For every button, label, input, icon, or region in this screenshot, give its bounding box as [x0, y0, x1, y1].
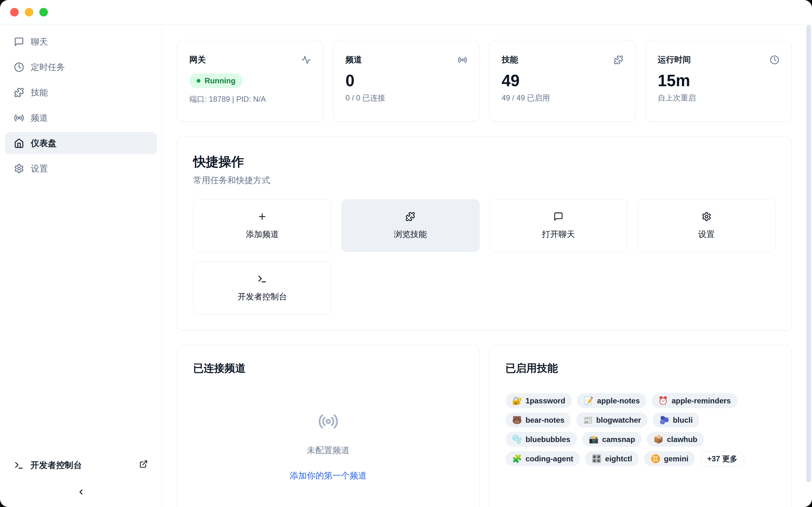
status-dot [197, 79, 200, 83]
minimize-button[interactable] [25, 8, 33, 16]
skill-name: apple-notes [597, 396, 640, 405]
browse-skills-button[interactable]: 浏览技能 [341, 199, 479, 252]
channels-empty-state: 未配置频道 添加你的第一个频道 [193, 376, 463, 481]
sidebar-item-chat[interactable]: 聊天 [5, 31, 157, 53]
quick-actions-grid: 添加频道 浏览技能 打开聊天 设置 [193, 199, 775, 314]
quick-actions-subtitle: 常用任务和快捷方式 [193, 175, 775, 186]
enabled-skills-card: 已启用技能 🔐1password 📝apple-notes ⏰apple-rem… [490, 345, 792, 507]
skill-name: 1password [525, 396, 565, 405]
skill-pill: 🎛️eightctl [585, 451, 639, 466]
package-emoji-icon: 📦 [653, 435, 663, 443]
skill-name: blogwatcher [596, 416, 641, 425]
skill-name: camsnap [602, 435, 635, 444]
connected-channels-card: 已连接频道 未配置频道 添加你的第一个频道 [177, 345, 479, 507]
skill-pill: 🧩coding-agent [506, 451, 580, 466]
knobs-emoji-icon: 🎛️ [592, 455, 601, 463]
home-icon [14, 138, 24, 148]
newspaper-emoji-icon: 📰 [583, 416, 593, 424]
open-chat-button[interactable]: 打开聊天 [490, 199, 628, 252]
skill-pill: 📰blogwatcher [576, 412, 648, 428]
developer-console-link[interactable]: 开发者控制台 [5, 455, 157, 475]
activity-icon [301, 55, 311, 65]
sidebar-collapse-button[interactable] [74, 486, 87, 498]
chat-icon [554, 212, 563, 222]
close-button[interactable] [10, 8, 19, 16]
stat-value: 15m [658, 72, 779, 89]
enabled-skills-title: 已启用技能 [506, 361, 776, 376]
stat-card-channels: 频道 0 0 / 0 已连接 [333, 40, 479, 122]
skill-name: coding-agent [525, 454, 573, 463]
sidebar-item-scheduled-tasks[interactable]: 定时任务 [5, 56, 157, 78]
camera-emoji-icon: 📸 [589, 435, 599, 443]
radio-icon [14, 113, 24, 123]
skill-name: apple-reminders [671, 396, 731, 405]
sidebar-item-settings[interactable]: 设置 [5, 158, 157, 180]
action-label: 浏览技能 [394, 229, 427, 240]
sidebar-item-label: 频道 [31, 112, 48, 124]
add-first-channel-link[interactable]: 添加你的第一个频道 [290, 470, 367, 481]
main-content: 网关 Running 端口: 18789 | PID: N/A 频道 [162, 24, 812, 507]
scrollbar-thumb[interactable] [806, 25, 811, 482]
sidebar-item-label: 技能 [31, 87, 48, 98]
clock-icon [770, 55, 779, 65]
stat-detail: 自上次重启 [658, 93, 779, 103]
skill-name: clawhub [667, 435, 698, 444]
skill-pill: ♊️gemini [644, 451, 695, 466]
settings-button[interactable]: 设置 [637, 199, 775, 252]
developer-console-label: 开发者控制台 [31, 459, 82, 471]
stat-value: 49 [502, 72, 623, 89]
quick-actions-title: 快捷操作 [193, 153, 775, 170]
stat-value: 0 [345, 72, 467, 89]
external-link-icon [139, 460, 148, 470]
stat-card-uptime: 运行时间 15m 自上次重启 [646, 40, 792, 122]
skill-pill: 📦clawhub [647, 432, 704, 447]
app-window: 聊天 定时任务 技能 频道 仪表盘 设置 [0, 0, 812, 507]
chat-icon [14, 37, 24, 47]
more-skills-button[interactable]: +37 更多 [700, 451, 744, 466]
bear-emoji-icon: 🐻 [512, 416, 522, 424]
status-badge: Running [189, 73, 243, 88]
empty-state-text: 未配置频道 [307, 445, 350, 456]
action-label: 开发者控制台 [238, 291, 287, 302]
sidebar-item-dashboard[interactable]: 仪表盘 [5, 132, 157, 154]
bottom-row: 已连接频道 未配置频道 添加你的第一个频道 已启用技能 🔐1password 📝… [177, 345, 792, 507]
radio-icon [318, 411, 339, 432]
action-label: 添加频道 [246, 229, 279, 240]
skill-pill: 🐻bear-notes [506, 412, 571, 428]
stat-title: 网关 [189, 54, 206, 65]
plus-icon [257, 212, 267, 222]
puzzle-icon [14, 88, 24, 98]
lock-emoji-icon: 🔐 [512, 397, 522, 405]
titlebar [0, 0, 812, 24]
stat-title: 运行时间 [658, 54, 691, 65]
skill-name: eightctl [605, 454, 632, 463]
skill-pill: 📸camsnap [582, 432, 642, 447]
terminal-icon [257, 274, 267, 284]
memo-emoji-icon: 📝 [583, 397, 594, 405]
developer-console-button[interactable]: 开发者控制台 [193, 262, 332, 314]
chevron-left-icon [77, 488, 85, 496]
puzzle-icon [405, 212, 415, 222]
sidebar-item-label: 设置 [31, 163, 48, 174]
sidebar-item-label: 仪表盘 [31, 137, 56, 149]
add-channel-button[interactable]: 添加频道 [193, 199, 332, 252]
connected-channels-title: 已连接频道 [193, 361, 463, 376]
action-label: 设置 [698, 229, 715, 240]
radio-icon [458, 55, 467, 65]
sidebar-item-label: 聊天 [31, 36, 48, 48]
stats-row: 网关 Running 端口: 18789 | PID: N/A 频道 [177, 40, 792, 122]
sidebar-item-channels[interactable]: 频道 [5, 107, 157, 129]
skill-pill: 📝apple-notes [577, 393, 647, 408]
skill-name: bluebubbles [525, 435, 570, 444]
puzzle-icon [614, 55, 623, 65]
stat-title: 频道 [345, 54, 362, 65]
zoom-button[interactable] [39, 8, 48, 16]
gear-icon [14, 164, 24, 174]
sidebar: 聊天 定时任务 技能 频道 仪表盘 设置 [0, 24, 162, 507]
sidebar-item-skills[interactable]: 技能 [5, 81, 157, 104]
skill-pill: ⏰apple-reminders [652, 393, 738, 408]
bubbles-emoji-icon: 🫧 [512, 435, 522, 443]
skill-pill: 🔐1password [506, 393, 572, 408]
gateway-detail: 端口: 18789 | PID: N/A [189, 94, 311, 104]
puzzle-emoji-icon: 🧩 [512, 455, 522, 463]
